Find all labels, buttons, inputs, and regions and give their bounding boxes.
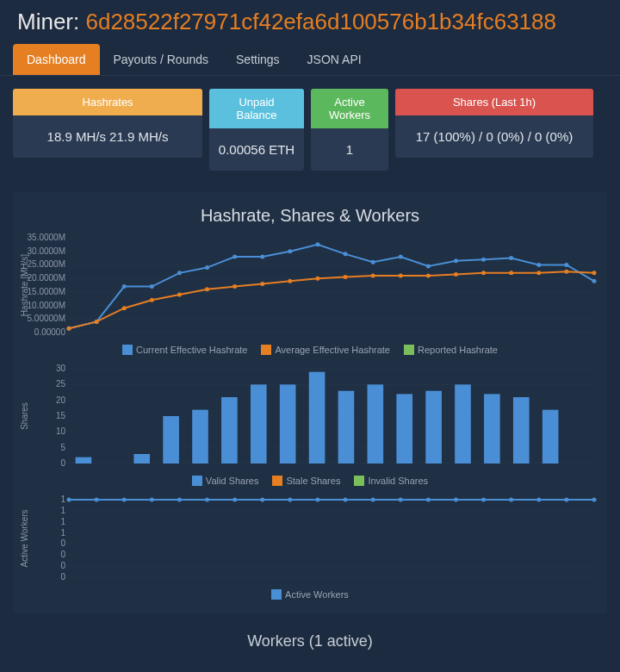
svg-point-107	[67, 498, 71, 502]
svg-point-115	[288, 498, 292, 502]
svg-point-42	[205, 287, 209, 291]
card-shares-title: Shares (Last 1h)	[395, 89, 593, 115]
svg-rect-82	[368, 384, 384, 464]
workers-section-title: Workers (1 active)	[0, 622, 620, 661]
svg-point-48	[371, 274, 375, 278]
svg-point-109	[122, 498, 127, 502]
svg-point-25	[288, 249, 292, 253]
svg-point-45	[288, 279, 292, 283]
svg-text:30: 30	[56, 364, 66, 373]
svg-rect-80	[309, 372, 326, 464]
card-shares-value: 17 (100%) / 0 (0%) / 0 (0%)	[395, 115, 593, 158]
svg-text:Shares: Shares	[20, 402, 29, 430]
svg-point-114	[260, 498, 264, 502]
svg-point-111	[177, 498, 182, 502]
svg-rect-86	[484, 394, 500, 464]
miner-label: Miner:	[17, 9, 85, 34]
svg-text:1: 1	[60, 528, 65, 538]
legend-workers: Active Workers	[17, 586, 603, 605]
svg-text:30.0000M: 30.0000M	[28, 246, 65, 256]
svg-text:35.0000M: 35.0000M	[28, 233, 65, 242]
svg-text:20.0000M: 20.0000M	[28, 273, 65, 283]
svg-point-119	[399, 498, 403, 502]
svg-text:10: 10	[56, 426, 66, 436]
svg-point-123	[509, 498, 513, 502]
svg-point-110	[150, 498, 154, 502]
svg-text:Hashrate [MH/s]: Hashrate [MH/s]	[20, 254, 29, 316]
svg-point-54	[536, 271, 541, 275]
svg-text:0: 0	[60, 561, 65, 570]
svg-text:10.0000M: 10.0000M	[28, 301, 65, 310]
svg-rect-76	[192, 410, 208, 464]
svg-text:0.00000: 0.00000	[34, 327, 66, 337]
stat-cards: Hashrates 18.9 MH/s 21.9 MH/s Unpaid Bal…	[0, 76, 620, 184]
svg-point-27	[344, 252, 348, 256]
tab-settings[interactable]: Settings	[222, 44, 294, 75]
svg-point-121	[454, 498, 458, 502]
miner-title: Miner: 6d28522f27971cf42efa6d100576b1b34…	[17, 9, 603, 35]
svg-point-56	[592, 271, 597, 275]
card-hashrates: Hashrates 18.9 MH/s 21.9 MH/s	[13, 89, 202, 158]
tab-payouts[interactable]: Payouts / Rounds	[100, 44, 223, 75]
svg-text:1: 1	[60, 517, 65, 526]
svg-rect-84	[425, 391, 442, 464]
svg-point-39	[122, 306, 127, 310]
svg-point-108	[95, 498, 99, 502]
svg-point-36	[592, 279, 597, 283]
svg-text:0: 0	[60, 458, 65, 468]
svg-point-120	[426, 498, 431, 502]
svg-text:5.00000M: 5.00000M	[28, 314, 65, 323]
svg-point-125	[564, 498, 568, 502]
charts-panel: Hashrate, Shares & Workers 0.000005.0000…	[13, 192, 607, 613]
svg-point-26	[315, 242, 319, 246]
card-workers-title: Active Workers	[311, 89, 388, 128]
nav-tabs: Dashboard Payouts / Rounds Settings JSON…	[0, 44, 620, 76]
svg-point-49	[399, 274, 403, 278]
miner-address: 6d28522f27971cf42efa6d100576b1b34fc63188	[85, 9, 556, 34]
svg-text:25.0000M: 25.0000M	[28, 259, 65, 269]
svg-point-112	[205, 498, 209, 502]
page-header: Miner: 6d28522f27971cf42efa6d100576b1b34…	[0, 0, 620, 44]
svg-text:15.0000M: 15.0000M	[28, 287, 65, 296]
svg-rect-87	[513, 397, 530, 464]
svg-point-41	[177, 293, 182, 297]
svg-rect-75	[163, 416, 179, 464]
svg-point-53	[509, 271, 513, 275]
card-shares: Shares (Last 1h) 17 (100%) / 0 (0%) / 0 …	[395, 89, 593, 158]
svg-point-118	[371, 498, 375, 502]
card-unpaid-title: Unpaid Balance	[209, 89, 304, 128]
card-hashrates-title: Hashrates	[13, 89, 202, 115]
svg-point-116	[315, 498, 319, 502]
svg-text:0: 0	[60, 572, 65, 582]
svg-rect-79	[280, 384, 296, 464]
svg-point-52	[481, 271, 486, 275]
card-workers: Active Workers 1	[311, 89, 388, 171]
svg-point-37	[67, 327, 71, 331]
svg-rect-88	[542, 410, 559, 464]
svg-text:0: 0	[60, 538, 65, 548]
svg-point-40	[150, 298, 154, 302]
svg-text:15: 15	[56, 411, 66, 420]
svg-point-23	[232, 255, 237, 259]
card-unpaid-value: 0.00056 ETH	[209, 128, 304, 171]
legend-shares: Valid SharesStale SharesInvalid Shares	[17, 472, 603, 491]
legend-hashrate: Current Effective HashrateAverage Effect…	[17, 341, 603, 360]
svg-text:1: 1	[60, 506, 65, 515]
svg-point-126	[592, 498, 597, 502]
svg-text:25: 25	[56, 379, 66, 389]
svg-point-30	[426, 264, 431, 269]
svg-rect-78	[251, 384, 267, 464]
svg-point-19	[122, 284, 127, 289]
svg-point-51	[454, 272, 458, 277]
svg-rect-74	[133, 454, 150, 464]
svg-text:20: 20	[56, 395, 66, 405]
charts-title: Hashrate, Shares & Workers	[17, 201, 603, 229]
svg-text:0: 0	[60, 550, 65, 559]
tab-json-api[interactable]: JSON API	[294, 44, 375, 75]
svg-point-24	[260, 255, 264, 259]
svg-point-44	[260, 282, 264, 286]
svg-point-38	[95, 320, 99, 324]
svg-point-22	[205, 265, 209, 270]
tab-dashboard[interactable]: Dashboard	[13, 44, 100, 75]
svg-point-35	[564, 263, 568, 267]
